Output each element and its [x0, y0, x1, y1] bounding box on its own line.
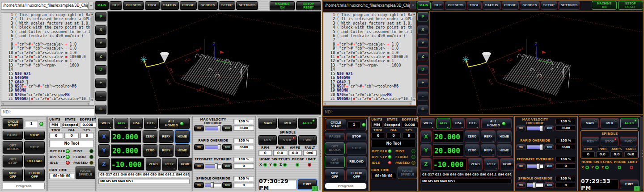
file-path-combo[interactable]: /home/chris/linuxcnc/nc_files/examples/3…	[1, 2, 94, 10]
home-axis-button[interactable]: HOME	[175, 144, 190, 157]
menu-probe[interactable]: PROBE	[502, 1, 519, 10]
cycle-start-button[interactable]: CYCLE START	[3, 118, 23, 129]
axis-letter-button[interactable]: X	[420, 130, 432, 143]
menu-setup[interactable]: SETUP	[541, 1, 557, 10]
file-path-combo[interactable]: /home/chris/linuxcnc/nc_files/examples/3…	[323, 1, 416, 9]
scroll-thumb[interactable]	[413, 16, 415, 98]
opt-stop-button[interactable]: OPT STOP	[325, 156, 345, 168]
axis-letter-button[interactable]: Z	[420, 158, 432, 171]
vertical-scrollbar[interactable]: ▲▼	[412, 13, 416, 101]
menu-gcodes[interactable]: GCODES	[198, 1, 218, 10]
man-mode-button[interactable]: MAN	[580, 118, 599, 129]
axis-button-x[interactable]: X	[417, 25, 428, 35]
slider-thumb[interactable]	[533, 182, 536, 188]
reload-button[interactable]: RELOAD	[24, 155, 45, 167]
machine-on-button[interactable]: MACHINE ON	[270, 1, 295, 10]
horizontal-scrollbar[interactable]: ◄►	[1, 101, 90, 105]
auto-mode-button[interactable]: AUTO	[298, 118, 317, 129]
menu-status[interactable]: STATUS	[483, 1, 501, 10]
home-axis-button[interactable]: HOME	[497, 130, 512, 143]
abs-button[interactable]: ABS⌄	[114, 118, 128, 129]
cycle-count-field[interactable]: 1	[25, 121, 38, 127]
scroll-left-icon[interactable]: ◄	[2, 102, 4, 105]
cycle-start-button[interactable]: CYCLE START	[326, 119, 346, 130]
override-max-button[interactable]: 100	[544, 163, 554, 169]
override-max-button[interactable]: 100	[222, 144, 232, 150]
zero-axis-button[interactable]: ZERO	[146, 158, 161, 171]
axis-button-x[interactable]: X	[95, 25, 106, 35]
menu-probe[interactable]: PROBE	[180, 1, 197, 10]
axis-button-c[interactable]: C	[95, 105, 106, 114]
mdi-input[interactable]	[1, 109, 94, 116]
override-min-button[interactable]: 50	[194, 125, 204, 131]
override-slider[interactable]	[527, 183, 543, 187]
spindle-fwd-button[interactable]: FWD	[620, 137, 637, 146]
horizontal-scrollbar[interactable]: ◄►	[323, 101, 412, 105]
axis-button-p[interactable]: P	[417, 12, 428, 21]
all-homed-button[interactable]: ALL HOMED	[481, 118, 512, 129]
home-axis-button[interactable]: HOME	[497, 144, 512, 157]
step-button[interactable]: STEP	[346, 142, 367, 154]
override-slider[interactable]	[205, 145, 221, 149]
zero-axis-button[interactable]: ZERO	[143, 144, 157, 157]
flood-off-button[interactable]: FLOOD OFF	[346, 169, 367, 181]
gremlin-3d-preview[interactable]: 94.7 91.5 102.5 20.0 40.5 -50.5 Z	[429, 11, 643, 115]
mdi-mode-button[interactable]: MDI	[278, 118, 297, 129]
override-max-button[interactable]: 100	[544, 144, 554, 150]
pause-spindle-button[interactable]: PAUSE SPINDLE	[76, 167, 95, 179]
ref-axis-button[interactable]: REFZ⌄	[162, 158, 177, 171]
menu-main[interactable]: MAIN	[95, 1, 109, 10]
slider-thumb[interactable]	[211, 182, 214, 188]
menu-file[interactable]: FILE	[432, 1, 444, 10]
scroll-thumb[interactable]	[91, 16, 93, 98]
notification-icon[interactable]: i	[312, 186, 318, 191]
slider-thumb[interactable]	[540, 144, 543, 150]
estop-reset-button[interactable]: ESTOP RESET	[296, 1, 321, 10]
axis-button-z[interactable]: Z	[95, 52, 106, 61]
override-slider[interactable]	[205, 126, 221, 130]
slider-thumb[interactable]	[215, 163, 218, 169]
zero-axis-button[interactable]: ZERO	[465, 144, 479, 157]
opt-stop-button[interactable]: OPT STOP	[3, 155, 23, 167]
gremlin-3d-preview[interactable]: 94.7 91.5 102.5 20.0 40.5 -50.5 Z	[107, 11, 321, 115]
pause-button[interactable]: PAUSE	[3, 131, 23, 140]
zero-axis-button[interactable]: ZERO	[465, 130, 479, 143]
override-min-button[interactable]: 50	[516, 163, 526, 169]
spindle-rev-button[interactable]: REV	[258, 135, 277, 145]
override-min-button[interactable]: 50	[194, 163, 204, 169]
reload-button[interactable]: RELOAD	[346, 156, 367, 168]
override-max-button[interactable]: 100	[222, 182, 232, 188]
menu-settings[interactable]: SETTINGS	[236, 1, 258, 10]
dropdown-arrow-icon[interactable]: ▾	[88, 2, 94, 10]
axis-button-z[interactable]: Z	[417, 52, 428, 61]
slider-thumb[interactable]	[540, 125, 543, 131]
g54-button[interactable]: G54⌄	[130, 118, 143, 129]
ref-axis-button[interactable]: REFX⌄	[481, 130, 496, 143]
override-max-button[interactable]: 100	[544, 182, 554, 188]
menu-offsets[interactable]: OFFSETS	[123, 1, 144, 10]
override-min-button[interactable]: 50	[516, 125, 526, 131]
axis-letter-button[interactable]: Y	[420, 144, 432, 157]
menu-tool[interactable]: TOOL	[467, 1, 482, 10]
menu-offsets[interactable]: OFFSETS	[445, 1, 466, 10]
axis-letter-button[interactable]: Z	[98, 158, 110, 171]
axis-button-d[interactable]: D	[95, 65, 106, 75]
spindle-stop-button[interactable]: STOP	[601, 137, 618, 146]
override-slider[interactable]	[527, 145, 543, 149]
override-slider[interactable]	[205, 164, 221, 168]
scroll-down-icon[interactable]: ▼	[413, 99, 415, 101]
axis-button-plus[interactable]: +	[417, 79, 428, 88]
dtg-button[interactable]: DTG⌄	[466, 118, 480, 129]
axis-button-d[interactable]: D	[417, 65, 428, 75]
menu-status[interactable]: STATUS	[161, 1, 179, 10]
menu-main[interactable]: MAIN	[417, 1, 431, 10]
axis-button-minus[interactable]: -	[417, 92, 428, 101]
vertical-scrollbar[interactable]: ▲▼	[90, 13, 94, 101]
flood-off-button[interactable]: FLOOD OFF	[24, 169, 45, 181]
dropdown-arrow-icon[interactable]: ▾	[410, 1, 416, 9]
pause-spindle-button[interactable]: PAUSE SPINDLE	[398, 167, 417, 179]
notification-icon[interactable]: i	[634, 186, 640, 191]
spindle-rev-button[interactable]: REV	[582, 137, 599, 146]
scroll-up-icon[interactable]: ▲	[91, 13, 93, 15]
abs-button[interactable]: ABS⌄	[436, 118, 450, 129]
